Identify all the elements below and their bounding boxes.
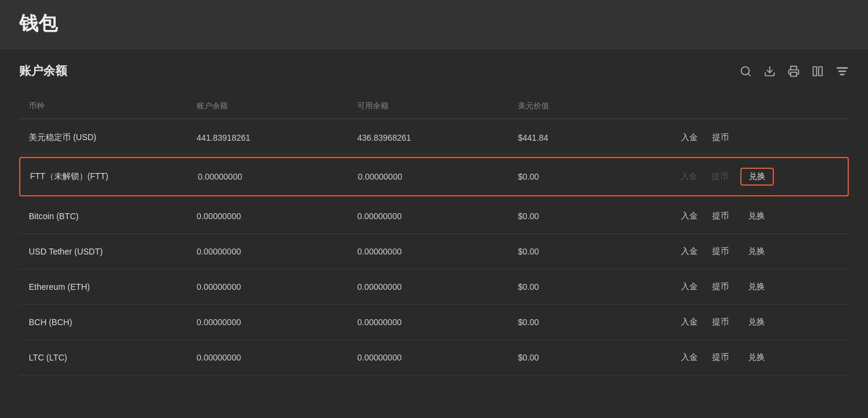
available-balance: 0.00000000 — [357, 247, 518, 256]
deposit-button[interactable]: 入金 — [679, 131, 700, 144]
deposit-button[interactable]: 入金 — [679, 280, 700, 293]
header-currency: 币种 — [29, 98, 197, 114]
columns-icon[interactable] — [812, 65, 824, 77]
svg-line-1 — [748, 73, 751, 75]
table-row: 美元稳定币 (USD) 441.83918261 436.83968261 $4… — [19, 122, 849, 155]
available-balance: 436.83968261 — [357, 133, 518, 143]
table-row: USD Tether (USDT) 0.00000000 0.00000000 … — [19, 234, 849, 269]
available-balance: 0.00000000 — [357, 317, 518, 327]
page-title: 钱包 — [19, 11, 849, 37]
actions: 入金 提币 兑换 — [679, 208, 839, 224]
deposit-button[interactable]: 入金 — [679, 245, 700, 258]
usd-value: $0.00 — [518, 211, 679, 221]
svg-rect-4 — [813, 66, 817, 75]
exchange-button[interactable]: 兑换 — [741, 208, 772, 224]
withdraw-button[interactable]: 提币 — [710, 280, 731, 293]
exchange-button[interactable]: 兑换 — [741, 350, 772, 365]
currency-name: USD Tether (USDT) — [29, 247, 197, 256]
exchange-button[interactable]: 兑换 — [741, 279, 772, 295]
withdraw-button[interactable]: 提币 — [710, 245, 731, 258]
currency-name: FTT（未解锁）(FTT) — [30, 171, 198, 182]
available-balance: 0.00000000 — [357, 353, 518, 362]
actions: 入金 提币 — [679, 131, 839, 144]
account-balance: 0.00000000 — [197, 317, 357, 327]
usd-value: $0.00 — [518, 317, 679, 327]
actions: 入金 提币 兑换 — [678, 168, 838, 186]
exchange-button[interactable]: 兑换 — [741, 314, 772, 330]
usd-value: $441.84 — [518, 133, 679, 143]
actions: 入金 提币 兑换 — [679, 279, 839, 295]
account-balance: 0.00000000 — [198, 172, 358, 181]
currency-name: LTC (LTC) — [29, 353, 197, 362]
table-header: 币种 账户余额 可用余额 美元价值 — [19, 93, 849, 119]
currency-name: 美元稳定币 (USD) — [29, 132, 197, 143]
toolbar-icons — [740, 65, 849, 78]
exchange-button[interactable]: 兑换 — [741, 244, 772, 259]
table-row: BCH (BCH) 0.00000000 0.00000000 $0.00 入金… — [19, 305, 849, 340]
svg-rect-5 — [819, 66, 822, 75]
deposit-button: 入金 — [678, 170, 700, 183]
page-header: 钱包 — [0, 0, 868, 49]
deposit-button[interactable]: 入金 — [679, 316, 700, 329]
currency-name: Bitcoin (BTC) — [29, 211, 197, 221]
table-row: Bitcoin (BTC) 0.00000000 0.00000000 $0.0… — [19, 199, 849, 234]
withdraw-button[interactable]: 提币 — [710, 316, 731, 329]
account-balance: 441.83918261 — [197, 133, 357, 143]
withdraw-button[interactable]: 提币 — [710, 351, 731, 364]
available-balance: 0.00000000 — [357, 211, 518, 221]
filter-icon[interactable] — [836, 65, 849, 78]
section-title: 账户余额 — [19, 63, 67, 79]
usd-value: $0.00 — [518, 247, 679, 256]
currency-name: BCH (BCH) — [29, 317, 197, 327]
account-balance: 0.00000000 — [197, 211, 357, 221]
main-content: 账户余额 — [0, 49, 868, 390]
table-row: Ethereum (ETH) 0.00000000 0.00000000 $0.… — [19, 269, 849, 305]
balance-table: 币种 账户余额 可用余额 美元价值 美元稳定币 (USD) 441.839182… — [19, 93, 849, 375]
header-available-balance: 可用余额 — [357, 98, 518, 114]
section-header: 账户余额 — [19, 63, 849, 79]
withdraw-button[interactable]: 提币 — [710, 210, 731, 223]
actions: 入金 提币 兑换 — [679, 314, 839, 330]
account-balance: 0.00000000 — [197, 353, 357, 362]
withdraw-button[interactable]: 提币 — [710, 131, 731, 144]
svg-rect-3 — [791, 72, 797, 76]
exchange-button[interactable]: 兑换 — [740, 168, 774, 186]
available-balance: 0.00000000 — [357, 282, 518, 292]
available-balance: 0.00000000 — [358, 172, 518, 181]
header-actions — [679, 98, 839, 114]
header-account-balance: 账户余额 — [197, 98, 357, 114]
withdraw-button: 提币 — [709, 170, 731, 183]
table-row: LTC (LTC) 0.00000000 0.00000000 $0.00 入金… — [19, 340, 849, 375]
table-row: FTT（未解锁）(FTT) 0.00000000 0.00000000 $0.0… — [19, 157, 849, 196]
usd-value: $0.00 — [518, 172, 678, 181]
header-usd-value: 美元价值 — [518, 98, 679, 114]
deposit-button[interactable]: 入金 — [679, 351, 700, 364]
usd-value: $0.00 — [518, 353, 679, 362]
deposit-button[interactable]: 入金 — [679, 210, 700, 223]
search-icon[interactable] — [740, 65, 752, 77]
account-balance: 0.00000000 — [197, 247, 357, 256]
account-balance: 0.00000000 — [197, 282, 357, 292]
print-icon[interactable] — [788, 65, 800, 77]
actions: 入金 提币 兑换 — [679, 350, 839, 365]
download-icon[interactable] — [764, 65, 776, 77]
currency-name: Ethereum (ETH) — [29, 282, 197, 292]
actions: 入金 提币 兑换 — [679, 244, 839, 259]
usd-value: $0.00 — [518, 282, 679, 292]
